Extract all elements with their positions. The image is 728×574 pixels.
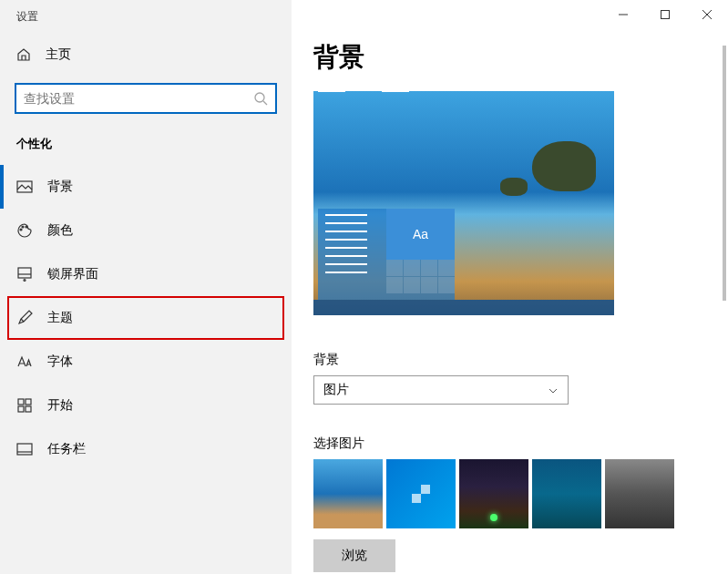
sidebar-item-label: 背景 [47,179,73,195]
sidebar-item-label: 主题 [47,310,73,326]
sidebar-item-background[interactable]: 背景 [0,165,292,209]
home-label: 主页 [46,46,71,63]
svg-rect-5 [18,268,31,278]
sidebar-item-lockscreen[interactable]: 锁屏界面 [0,252,292,296]
preview-aa-tile: Aa [386,209,455,260]
svg-point-3 [22,226,24,228]
lockscreen-icon [16,266,33,282]
sidebar-item-label: 任务栏 [47,441,86,457]
sidebar-item-label: 开始 [47,397,73,414]
svg-point-0 [255,93,264,102]
image-icon [16,179,33,195]
choose-picture-label: 选择图片 [313,436,728,452]
page-title: 背景 [313,40,728,75]
svg-rect-10 [26,406,31,412]
desktop-preview: Aa [313,91,614,315]
sidebar-item-themes[interactable]: 主题 [7,296,284,340]
picture-thumb-5[interactable] [605,459,674,528]
svg-point-6 [24,280,26,282]
section-title: 个性化 [0,127,292,165]
svg-rect-11 [17,444,32,455]
sidebar-item-label: 锁屏界面 [47,266,98,282]
svg-point-4 [26,226,27,228]
search-input[interactable] [24,91,253,106]
search-box[interactable] [15,83,277,114]
title-bar [292,0,728,29]
svg-rect-8 [26,399,31,405]
sidebar-item-start[interactable]: 开始 [0,384,292,427]
sidebar-item-colors[interactable]: 颜色 [0,209,292,252]
close-button[interactable] [686,0,728,29]
minimize-button[interactable] [602,0,644,29]
svg-rect-9 [18,406,24,412]
picture-thumb-1[interactable] [313,459,383,528]
home-nav[interactable]: 主页 [0,34,292,76]
search-icon [253,91,268,106]
picture-thumb-4[interactable] [532,459,601,528]
home-icon [16,47,31,62]
browse-button[interactable]: 浏览 [313,539,395,572]
sidebar-item-label: 字体 [47,354,73,370]
svg-rect-7 [18,399,24,405]
background-label: 背景 [313,352,728,368]
sidebar-item-label: 颜色 [47,222,73,239]
chevron-down-icon [548,384,559,395]
sidebar-item-taskbar[interactable]: 任务栏 [0,427,292,471]
sidebar-item-fonts[interactable]: 字体 [0,340,292,384]
picture-thumb-2[interactable] [386,459,456,528]
start-icon [16,397,33,414]
dropdown-value: 图片 [323,382,349,398]
brush-icon [16,310,33,326]
svg-rect-12 [661,11,670,19]
maximize-button[interactable] [644,0,686,29]
picture-thumb-3[interactable] [459,459,528,528]
svg-point-2 [20,229,22,231]
taskbar-icon [16,441,33,457]
picture-thumbnails [313,459,728,528]
palette-icon [16,222,33,239]
background-type-dropdown[interactable]: 图片 [313,375,569,405]
scrollbar[interactable] [723,46,726,301]
font-icon [16,354,33,370]
app-title: 设置 [0,0,292,34]
